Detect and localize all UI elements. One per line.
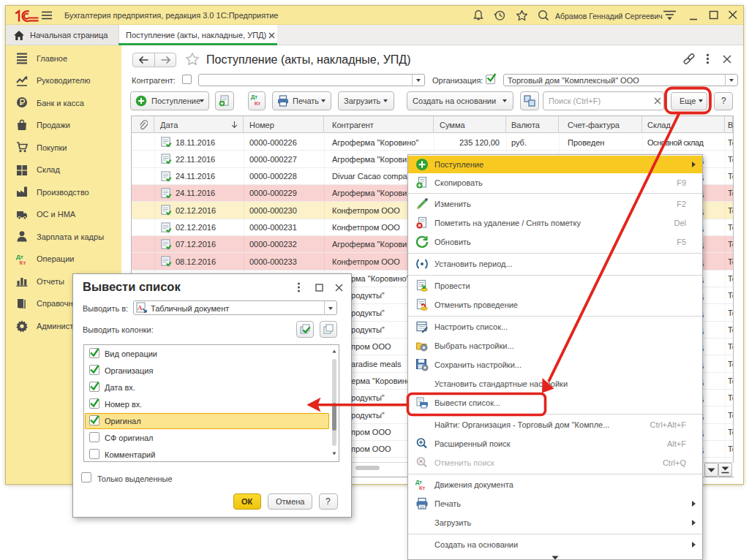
svg-text:A: A bbox=[138, 304, 143, 311]
svg-text:Кт: Кт bbox=[419, 485, 426, 491]
svg-text:Кт: Кт bbox=[20, 260, 26, 266]
